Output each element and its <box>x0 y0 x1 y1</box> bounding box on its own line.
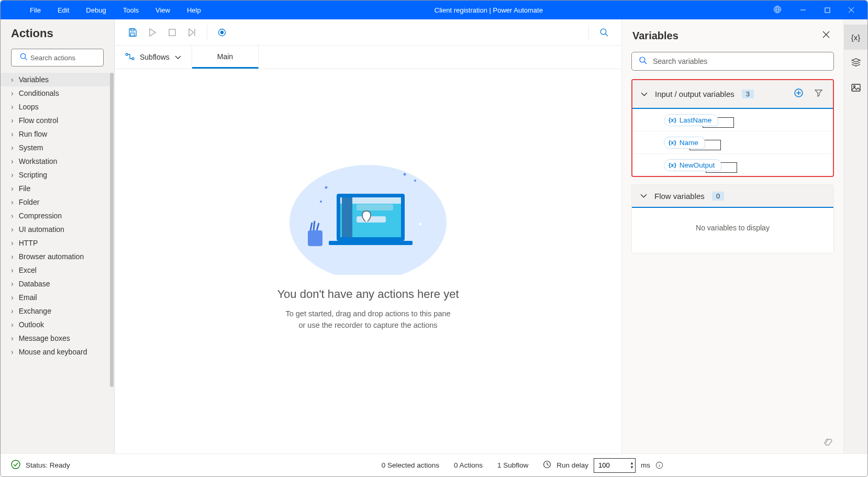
variable-pill[interactable]: {x}Name <box>664 137 705 149</box>
search-button[interactable] <box>594 23 613 42</box>
action-category-scripting[interactable]: ›Scripting <box>1 168 114 182</box>
status-actions-count: 0 Actions <box>454 461 483 469</box>
chevron-right-icon: › <box>11 75 14 84</box>
action-label: Run flow <box>19 130 47 138</box>
info-icon[interactable] <box>655 461 663 469</box>
run-button[interactable] <box>143 23 162 42</box>
rail-ui-elements-button[interactable] <box>844 50 868 75</box>
svg-rect-25 <box>852 84 860 91</box>
flow-variables-header[interactable]: Flow variables 0 <box>632 185 833 208</box>
chevron-right-icon: › <box>11 239 14 247</box>
run-delay-label: Run delay <box>557 461 588 469</box>
svg-rect-2 <box>825 8 830 13</box>
chevron-right-icon: › <box>11 252 14 261</box>
action-label: Email <box>19 293 37 302</box>
clear-button[interactable] <box>622 436 843 448</box>
action-category-http[interactable]: ›HTTP <box>1 236 114 250</box>
svg-point-21 <box>414 180 416 182</box>
menu-bar: File Edit Debug Tools View Help <box>1 2 209 18</box>
action-category-workstation[interactable]: ›Workstation <box>1 154 114 168</box>
action-label: Browser automation <box>19 252 84 261</box>
run-delay-input[interactable] <box>594 458 636 473</box>
svg-point-10 <box>126 53 128 56</box>
action-category-message-boxes[interactable]: ›Message boxes <box>1 331 114 345</box>
svg-rect-4 <box>131 29 134 31</box>
action-category-conditionals[interactable]: ›Conditionals <box>1 86 114 100</box>
close-button[interactable] <box>839 1 863 19</box>
variable-pill[interactable]: {x}NewOutput <box>664 159 721 171</box>
menu-view[interactable]: View <box>147 2 179 18</box>
chevron-right-icon: › <box>11 116 14 125</box>
stop-button[interactable] <box>163 23 182 42</box>
chevron-down-icon <box>640 191 647 201</box>
chevron-down-icon <box>175 53 181 61</box>
io-count-badge: 3 <box>742 90 754 98</box>
action-category-excel[interactable]: ›Excel <box>1 263 114 277</box>
close-panel-button[interactable] <box>819 28 833 43</box>
action-label: System <box>19 143 43 152</box>
svg-rect-20 <box>308 230 322 246</box>
action-category-loops[interactable]: ›Loops <box>1 100 114 114</box>
action-category-ui-automation[interactable]: ›UI automation <box>1 223 114 236</box>
svg-point-11 <box>132 58 134 60</box>
variable-row[interactable]: {x}NewOutput <box>632 154 833 176</box>
toolbar <box>115 19 621 46</box>
actions-list[interactable]: ›Variables ›Conditionals ›Loops ›Flow co… <box>1 73 114 453</box>
variable-row[interactable]: {x}LastName <box>632 109 833 131</box>
action-category-browser-automation[interactable]: ›Browser automation <box>1 250 114 263</box>
actions-header: Actions <box>1 19 114 46</box>
io-variables-header[interactable]: Input / output variables 3 <box>632 80 833 109</box>
action-category-email[interactable]: ›Email <box>1 291 114 304</box>
io-variables-section: Input / output variables 3 {x}LastName <box>631 79 834 177</box>
status-subflow-count: 1 Subflow <box>497 461 528 469</box>
svg-rect-17 <box>342 197 352 237</box>
rail-variables-button[interactable]: {x} <box>844 25 868 50</box>
spinner-buttons[interactable]: ▲▼ <box>630 461 634 470</box>
step-button[interactable] <box>183 23 202 42</box>
variables-search-input[interactable] <box>631 52 834 71</box>
menu-help[interactable]: Help <box>179 2 209 18</box>
record-button[interactable] <box>213 23 231 42</box>
save-button[interactable] <box>123 23 142 42</box>
menu-tools[interactable]: Tools <box>115 2 147 18</box>
menu-edit[interactable]: Edit <box>49 2 77 18</box>
variable-row[interactable]: {x}Name <box>632 131 833 154</box>
action-category-database[interactable]: ›Database <box>1 277 114 291</box>
action-label: Exchange <box>19 307 51 315</box>
menu-file[interactable]: File <box>21 2 49 18</box>
action-label: Scripting <box>19 171 47 179</box>
action-category-compression[interactable]: ›Compression <box>1 209 114 223</box>
rail-images-button[interactable] <box>844 75 868 100</box>
status-ok-icon <box>11 460 20 471</box>
action-category-system[interactable]: ›System <box>1 141 114 154</box>
variable-pill[interactable]: {x}LastName <box>664 114 718 126</box>
action-category-exchange[interactable]: ›Exchange <box>1 304 114 318</box>
action-category-folder[interactable]: ›Folder <box>1 195 114 209</box>
action-label: Outlook <box>19 320 44 329</box>
action-category-file[interactable]: ›File <box>1 182 114 195</box>
action-label: Variables <box>19 75 49 84</box>
flow-variables-empty: No variables to display <box>632 208 833 253</box>
action-label: Flow control <box>19 116 58 125</box>
action-category-variables[interactable]: ›Variables <box>1 73 114 86</box>
tab-main[interactable]: Main <box>192 46 259 69</box>
filter-button[interactable] <box>813 87 825 101</box>
designer-canvas[interactable]: You don't have any actions here yet To g… <box>115 69 621 453</box>
action-category-flow-control[interactable]: ›Flow control <box>1 114 114 127</box>
svg-rect-19 <box>357 216 386 223</box>
subflows-dropdown[interactable]: Subflows <box>115 46 192 69</box>
minimize-button[interactable] <box>791 1 815 19</box>
add-variable-button[interactable] <box>792 86 805 102</box>
maximize-button[interactable] <box>815 1 839 19</box>
chevron-right-icon: › <box>11 293 14 302</box>
scrollbar[interactable] <box>110 73 114 387</box>
environment-badge[interactable] <box>768 3 787 17</box>
svg-point-27 <box>12 460 20 469</box>
clock-icon <box>543 460 551 470</box>
action-category-run-flow[interactable]: ›Run flow <box>1 127 114 141</box>
chevron-right-icon: › <box>11 198 14 206</box>
action-category-mouse-keyboard[interactable]: ›Mouse and keyboard <box>1 345 114 359</box>
search-icon <box>639 56 647 66</box>
menu-debug[interactable]: Debug <box>77 2 114 18</box>
action-category-outlook[interactable]: ›Outlook <box>1 318 114 331</box>
